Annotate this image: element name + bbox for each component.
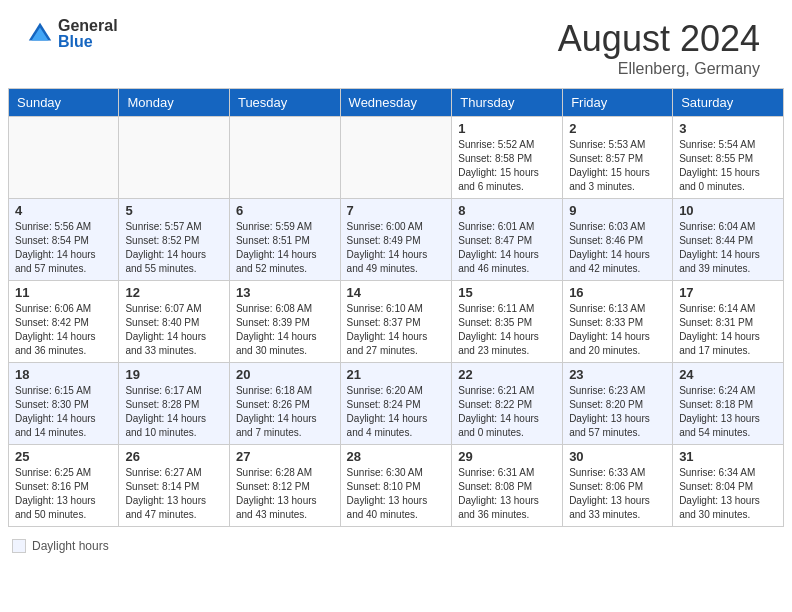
day-info: Sunrise: 6:13 AM Sunset: 8:33 PM Dayligh… <box>569 302 666 358</box>
logo: General Blue <box>26 18 118 50</box>
table-row: 6Sunrise: 5:59 AM Sunset: 8:51 PM Daylig… <box>229 199 340 281</box>
day-info: Sunrise: 6:28 AM Sunset: 8:12 PM Dayligh… <box>236 466 334 522</box>
day-number: 22 <box>458 367 556 382</box>
day-info: Sunrise: 6:17 AM Sunset: 8:28 PM Dayligh… <box>125 384 223 440</box>
day-number: 27 <box>236 449 334 464</box>
day-info: Sunrise: 6:11 AM Sunset: 8:35 PM Dayligh… <box>458 302 556 358</box>
table-row: 2Sunrise: 5:53 AM Sunset: 8:57 PM Daylig… <box>563 117 673 199</box>
col-wednesday: Wednesday <box>340 89 452 117</box>
day-number: 19 <box>125 367 223 382</box>
day-info: Sunrise: 5:53 AM Sunset: 8:57 PM Dayligh… <box>569 138 666 194</box>
legend: Daylight hours <box>8 535 784 553</box>
day-number: 6 <box>236 203 334 218</box>
table-row: 24Sunrise: 6:24 AM Sunset: 8:18 PM Dayli… <box>673 363 784 445</box>
day-number: 28 <box>347 449 446 464</box>
day-number: 26 <box>125 449 223 464</box>
table-row: 15Sunrise: 6:11 AM Sunset: 8:35 PM Dayli… <box>452 281 563 363</box>
table-row: 21Sunrise: 6:20 AM Sunset: 8:24 PM Dayli… <box>340 363 452 445</box>
day-number: 11 <box>15 285 112 300</box>
legend-color-box <box>12 539 26 553</box>
day-info: Sunrise: 6:27 AM Sunset: 8:14 PM Dayligh… <box>125 466 223 522</box>
table-row: 14Sunrise: 6:10 AM Sunset: 8:37 PM Dayli… <box>340 281 452 363</box>
day-info: Sunrise: 6:14 AM Sunset: 8:31 PM Dayligh… <box>679 302 777 358</box>
col-thursday: Thursday <box>452 89 563 117</box>
table-row: 28Sunrise: 6:30 AM Sunset: 8:10 PM Dayli… <box>340 445 452 527</box>
table-row: 19Sunrise: 6:17 AM Sunset: 8:28 PM Dayli… <box>119 363 230 445</box>
table-row <box>229 117 340 199</box>
table-row: 13Sunrise: 6:08 AM Sunset: 8:39 PM Dayli… <box>229 281 340 363</box>
day-number: 31 <box>679 449 777 464</box>
day-number: 1 <box>458 121 556 136</box>
table-row: 10Sunrise: 6:04 AM Sunset: 8:44 PM Dayli… <box>673 199 784 281</box>
day-info: Sunrise: 5:57 AM Sunset: 8:52 PM Dayligh… <box>125 220 223 276</box>
day-number: 25 <box>15 449 112 464</box>
table-row <box>119 117 230 199</box>
col-monday: Monday <box>119 89 230 117</box>
table-row: 4Sunrise: 5:56 AM Sunset: 8:54 PM Daylig… <box>9 199 119 281</box>
day-info: Sunrise: 6:24 AM Sunset: 8:18 PM Dayligh… <box>679 384 777 440</box>
table-row <box>340 117 452 199</box>
table-row <box>9 117 119 199</box>
day-info: Sunrise: 6:31 AM Sunset: 8:08 PM Dayligh… <box>458 466 556 522</box>
day-info: Sunrise: 6:08 AM Sunset: 8:39 PM Dayligh… <box>236 302 334 358</box>
table-row: 11Sunrise: 6:06 AM Sunset: 8:42 PM Dayli… <box>9 281 119 363</box>
day-number: 2 <box>569 121 666 136</box>
day-number: 3 <box>679 121 777 136</box>
col-friday: Friday <box>563 89 673 117</box>
table-row: 5Sunrise: 5:57 AM Sunset: 8:52 PM Daylig… <box>119 199 230 281</box>
day-info: Sunrise: 6:07 AM Sunset: 8:40 PM Dayligh… <box>125 302 223 358</box>
day-info: Sunrise: 6:23 AM Sunset: 8:20 PM Dayligh… <box>569 384 666 440</box>
table-row: 9Sunrise: 6:03 AM Sunset: 8:46 PM Daylig… <box>563 199 673 281</box>
table-row: 1Sunrise: 5:52 AM Sunset: 8:58 PM Daylig… <box>452 117 563 199</box>
day-info: Sunrise: 6:33 AM Sunset: 8:06 PM Dayligh… <box>569 466 666 522</box>
table-row: 26Sunrise: 6:27 AM Sunset: 8:14 PM Dayli… <box>119 445 230 527</box>
day-info: Sunrise: 6:18 AM Sunset: 8:26 PM Dayligh… <box>236 384 334 440</box>
logo-blue-text: Blue <box>58 34 118 50</box>
table-row: 16Sunrise: 6:13 AM Sunset: 8:33 PM Dayli… <box>563 281 673 363</box>
day-number: 24 <box>679 367 777 382</box>
day-number: 20 <box>236 367 334 382</box>
table-row: 17Sunrise: 6:14 AM Sunset: 8:31 PM Dayli… <box>673 281 784 363</box>
day-number: 14 <box>347 285 446 300</box>
day-info: Sunrise: 6:06 AM Sunset: 8:42 PM Dayligh… <box>15 302 112 358</box>
table-row: 3Sunrise: 5:54 AM Sunset: 8:55 PM Daylig… <box>673 117 784 199</box>
day-info: Sunrise: 5:56 AM Sunset: 8:54 PM Dayligh… <box>15 220 112 276</box>
day-number: 10 <box>679 203 777 218</box>
day-info: Sunrise: 5:59 AM Sunset: 8:51 PM Dayligh… <box>236 220 334 276</box>
day-info: Sunrise: 6:15 AM Sunset: 8:30 PM Dayligh… <box>15 384 112 440</box>
day-number: 30 <box>569 449 666 464</box>
calendar-header-row: Sunday Monday Tuesday Wednesday Thursday… <box>9 89 784 117</box>
day-info: Sunrise: 6:25 AM Sunset: 8:16 PM Dayligh… <box>15 466 112 522</box>
table-row: 29Sunrise: 6:31 AM Sunset: 8:08 PM Dayli… <box>452 445 563 527</box>
day-info: Sunrise: 6:04 AM Sunset: 8:44 PM Dayligh… <box>679 220 777 276</box>
table-row: 25Sunrise: 6:25 AM Sunset: 8:16 PM Dayli… <box>9 445 119 527</box>
day-info: Sunrise: 6:30 AM Sunset: 8:10 PM Dayligh… <box>347 466 446 522</box>
table-row: 22Sunrise: 6:21 AM Sunset: 8:22 PM Dayli… <box>452 363 563 445</box>
day-number: 17 <box>679 285 777 300</box>
table-row: 18Sunrise: 6:15 AM Sunset: 8:30 PM Dayli… <box>9 363 119 445</box>
col-tuesday: Tuesday <box>229 89 340 117</box>
col-sunday: Sunday <box>9 89 119 117</box>
calendar-week-row: 4Sunrise: 5:56 AM Sunset: 8:54 PM Daylig… <box>9 199 784 281</box>
logo-icon <box>26 20 54 48</box>
day-info: Sunrise: 6:01 AM Sunset: 8:47 PM Dayligh… <box>458 220 556 276</box>
title-section: August 2024 Ellenberg, Germany <box>558 18 760 78</box>
calendar-week-row: 1Sunrise: 5:52 AM Sunset: 8:58 PM Daylig… <box>9 117 784 199</box>
table-row: 23Sunrise: 6:23 AM Sunset: 8:20 PM Dayli… <box>563 363 673 445</box>
table-row: 12Sunrise: 6:07 AM Sunset: 8:40 PM Dayli… <box>119 281 230 363</box>
day-number: 12 <box>125 285 223 300</box>
day-number: 9 <box>569 203 666 218</box>
day-number: 13 <box>236 285 334 300</box>
day-number: 4 <box>15 203 112 218</box>
day-number: 15 <box>458 285 556 300</box>
day-info: Sunrise: 6:03 AM Sunset: 8:46 PM Dayligh… <box>569 220 666 276</box>
calendar-week-row: 18Sunrise: 6:15 AM Sunset: 8:30 PM Dayli… <box>9 363 784 445</box>
day-info: Sunrise: 6:20 AM Sunset: 8:24 PM Dayligh… <box>347 384 446 440</box>
day-number: 29 <box>458 449 556 464</box>
table-row: 31Sunrise: 6:34 AM Sunset: 8:04 PM Dayli… <box>673 445 784 527</box>
table-row: 8Sunrise: 6:01 AM Sunset: 8:47 PM Daylig… <box>452 199 563 281</box>
day-info: Sunrise: 6:34 AM Sunset: 8:04 PM Dayligh… <box>679 466 777 522</box>
day-info: Sunrise: 6:10 AM Sunset: 8:37 PM Dayligh… <box>347 302 446 358</box>
day-info: Sunrise: 5:54 AM Sunset: 8:55 PM Dayligh… <box>679 138 777 194</box>
calendar-table: Sunday Monday Tuesday Wednesday Thursday… <box>8 88 784 527</box>
